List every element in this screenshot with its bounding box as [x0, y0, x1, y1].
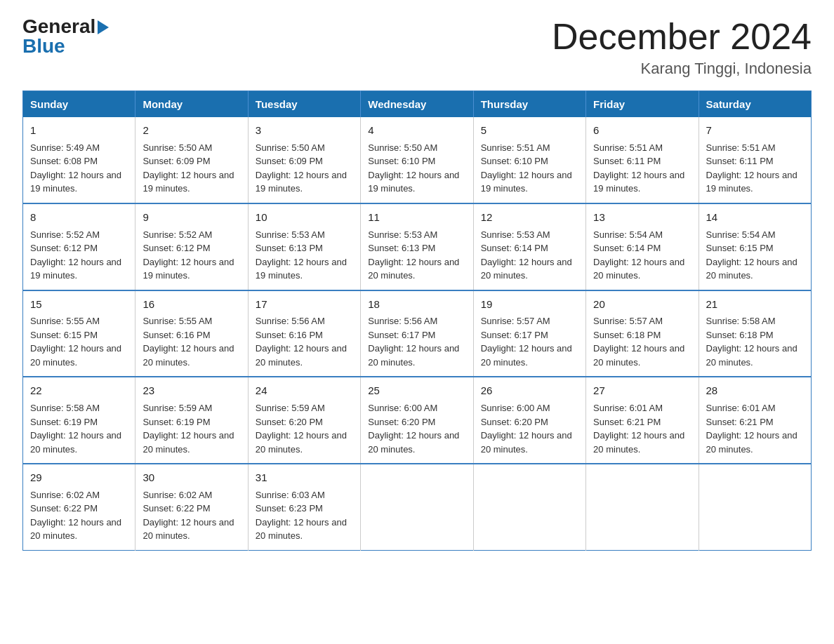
calendar-cell: 29 Sunrise: 6:02 AM Sunset: 6:22 PM Dayl… — [23, 464, 135, 550]
col-tuesday: Tuesday — [248, 91, 360, 118]
calendar-cell: 17 Sunrise: 5:56 AM Sunset: 6:16 PM Dayl… — [248, 290, 360, 377]
calendar-cell: 13 Sunrise: 5:54 AM Sunset: 6:14 PM Dayl… — [586, 203, 699, 290]
calendar-cell: 8 Sunrise: 5:52 AM Sunset: 6:12 PM Dayli… — [23, 203, 135, 290]
day-number: 4 — [368, 123, 465, 138]
day-number: 14 — [706, 210, 804, 225]
day-number: 7 — [706, 123, 804, 138]
day-info: Sunrise: 5:51 AM Sunset: 6:11 PM Dayligh… — [706, 141, 804, 196]
col-thursday: Thursday — [473, 91, 585, 118]
day-info: Sunrise: 5:59 AM Sunset: 6:20 PM Dayligh… — [256, 401, 353, 456]
week-row-4: 22 Sunrise: 5:58 AM Sunset: 6:19 PM Dayl… — [23, 377, 812, 464]
calendar-cell: 23 Sunrise: 5:59 AM Sunset: 6:19 PM Dayl… — [135, 377, 248, 464]
day-info: Sunrise: 6:02 AM Sunset: 6:22 PM Dayligh… — [143, 488, 240, 543]
calendar-cell: 14 Sunrise: 5:54 AM Sunset: 6:15 PM Dayl… — [699, 203, 811, 290]
day-info: Sunrise: 5:49 AM Sunset: 6:08 PM Dayligh… — [30, 141, 128, 196]
week-row-1: 1 Sunrise: 5:49 AM Sunset: 6:08 PM Dayli… — [23, 117, 812, 203]
calendar-cell: 19 Sunrise: 5:57 AM Sunset: 6:17 PM Dayl… — [473, 290, 585, 377]
logo: General Blue — [22, 17, 109, 56]
calendar-cell: 12 Sunrise: 5:53 AM Sunset: 6:14 PM Dayl… — [473, 203, 585, 290]
day-info: Sunrise: 5:55 AM Sunset: 6:15 PM Dayligh… — [30, 314, 128, 369]
calendar-body: 1 Sunrise: 5:49 AM Sunset: 6:08 PM Dayli… — [23, 117, 812, 550]
day-number: 6 — [593, 123, 691, 138]
day-number: 31 — [256, 470, 353, 485]
day-number: 13 — [593, 210, 691, 225]
day-number: 22 — [30, 383, 128, 398]
day-number: 8 — [30, 210, 128, 225]
calendar-cell — [699, 464, 811, 550]
col-friday: Friday — [586, 91, 699, 118]
col-monday: Monday — [135, 91, 248, 118]
day-number: 2 — [143, 123, 240, 138]
calendar-header: Sunday Monday Tuesday Wednesday Thursday… — [23, 91, 812, 118]
day-number: 16 — [143, 297, 240, 312]
location-subtitle: Karang Tinggi, Indonesia — [552, 60, 812, 78]
col-saturday: Saturday — [699, 91, 811, 118]
calendar-cell: 20 Sunrise: 5:57 AM Sunset: 6:18 PM Dayl… — [586, 290, 699, 377]
calendar-cell — [473, 464, 585, 550]
page-title: December 2024 — [552, 17, 812, 57]
day-info: Sunrise: 6:02 AM Sunset: 6:22 PM Dayligh… — [30, 488, 128, 543]
header-row: Sunday Monday Tuesday Wednesday Thursday… — [23, 91, 812, 118]
page-header: General Blue December 2024 Karang Tinggi… — [22, 17, 812, 78]
day-info: Sunrise: 5:57 AM Sunset: 6:17 PM Dayligh… — [481, 314, 578, 369]
day-number: 20 — [593, 297, 691, 312]
day-number: 26 — [481, 383, 578, 398]
calendar-cell: 2 Sunrise: 5:50 AM Sunset: 6:09 PM Dayli… — [135, 117, 248, 203]
day-number: 28 — [706, 383, 804, 398]
day-number: 15 — [30, 297, 128, 312]
calendar-cell: 16 Sunrise: 5:55 AM Sunset: 6:16 PM Dayl… — [135, 290, 248, 377]
calendar-cell: 31 Sunrise: 6:03 AM Sunset: 6:23 PM Dayl… — [248, 464, 360, 550]
day-number: 1 — [30, 123, 128, 138]
day-number: 19 — [481, 297, 578, 312]
day-info: Sunrise: 5:52 AM Sunset: 6:12 PM Dayligh… — [143, 228, 240, 283]
col-sunday: Sunday — [23, 91, 135, 118]
logo-arrow-icon — [98, 20, 109, 34]
day-info: Sunrise: 5:50 AM Sunset: 6:09 PM Dayligh… — [256, 141, 353, 196]
calendar-cell — [361, 464, 473, 550]
calendar-cell: 1 Sunrise: 5:49 AM Sunset: 6:08 PM Dayli… — [23, 117, 135, 203]
day-info: Sunrise: 5:56 AM Sunset: 6:17 PM Dayligh… — [368, 314, 465, 369]
day-number: 18 — [368, 297, 465, 312]
logo-blue-text: Blue — [22, 36, 65, 56]
day-number: 23 — [143, 383, 240, 398]
day-info: Sunrise: 5:57 AM Sunset: 6:18 PM Dayligh… — [593, 314, 691, 369]
day-number: 12 — [481, 210, 578, 225]
day-info: Sunrise: 5:51 AM Sunset: 6:11 PM Dayligh… — [593, 141, 691, 196]
day-info: Sunrise: 5:54 AM Sunset: 6:15 PM Dayligh… — [706, 228, 804, 283]
calendar-cell: 10 Sunrise: 5:53 AM Sunset: 6:13 PM Dayl… — [248, 203, 360, 290]
calendar-table: Sunday Monday Tuesday Wednesday Thursday… — [22, 90, 812, 551]
day-number: 25 — [368, 383, 465, 398]
week-row-2: 8 Sunrise: 5:52 AM Sunset: 6:12 PM Dayli… — [23, 203, 812, 290]
title-block: December 2024 Karang Tinggi, Indonesia — [552, 17, 812, 78]
calendar-cell: 11 Sunrise: 5:53 AM Sunset: 6:13 PM Dayl… — [361, 203, 473, 290]
day-number: 24 — [256, 383, 353, 398]
calendar-cell: 25 Sunrise: 6:00 AM Sunset: 6:20 PM Dayl… — [361, 377, 473, 464]
day-info: Sunrise: 6:03 AM Sunset: 6:23 PM Dayligh… — [256, 488, 353, 543]
day-info: Sunrise: 5:52 AM Sunset: 6:12 PM Dayligh… — [30, 228, 128, 283]
day-info: Sunrise: 5:59 AM Sunset: 6:19 PM Dayligh… — [143, 401, 240, 456]
day-number: 27 — [593, 383, 691, 398]
day-info: Sunrise: 5:50 AM Sunset: 6:09 PM Dayligh… — [143, 141, 240, 196]
day-info: Sunrise: 5:58 AM Sunset: 6:19 PM Dayligh… — [30, 401, 128, 456]
week-row-3: 15 Sunrise: 5:55 AM Sunset: 6:15 PM Dayl… — [23, 290, 812, 377]
day-info: Sunrise: 5:53 AM Sunset: 6:13 PM Dayligh… — [368, 228, 465, 283]
calendar-cell — [586, 464, 699, 550]
day-info: Sunrise: 5:54 AM Sunset: 6:14 PM Dayligh… — [593, 228, 691, 283]
calendar-cell: 26 Sunrise: 6:00 AM Sunset: 6:20 PM Dayl… — [473, 377, 585, 464]
calendar-cell: 30 Sunrise: 6:02 AM Sunset: 6:22 PM Dayl… — [135, 464, 248, 550]
calendar-cell: 21 Sunrise: 5:58 AM Sunset: 6:18 PM Dayl… — [699, 290, 811, 377]
day-number: 9 — [143, 210, 240, 225]
day-number: 11 — [368, 210, 465, 225]
day-number: 29 — [30, 470, 128, 485]
col-wednesday: Wednesday — [361, 91, 473, 118]
day-info: Sunrise: 6:00 AM Sunset: 6:20 PM Dayligh… — [481, 401, 578, 456]
calendar-cell: 3 Sunrise: 5:50 AM Sunset: 6:09 PM Dayli… — [248, 117, 360, 203]
day-info: Sunrise: 5:53 AM Sunset: 6:13 PM Dayligh… — [256, 228, 353, 283]
calendar-cell: 6 Sunrise: 5:51 AM Sunset: 6:11 PM Dayli… — [586, 117, 699, 203]
calendar-cell: 9 Sunrise: 5:52 AM Sunset: 6:12 PM Dayli… — [135, 203, 248, 290]
day-number: 3 — [256, 123, 353, 138]
day-info: Sunrise: 5:51 AM Sunset: 6:10 PM Dayligh… — [481, 141, 578, 196]
logo-general-text: General — [22, 17, 95, 36]
day-number: 21 — [706, 297, 804, 312]
calendar-cell: 28 Sunrise: 6:01 AM Sunset: 6:21 PM Dayl… — [699, 377, 811, 464]
